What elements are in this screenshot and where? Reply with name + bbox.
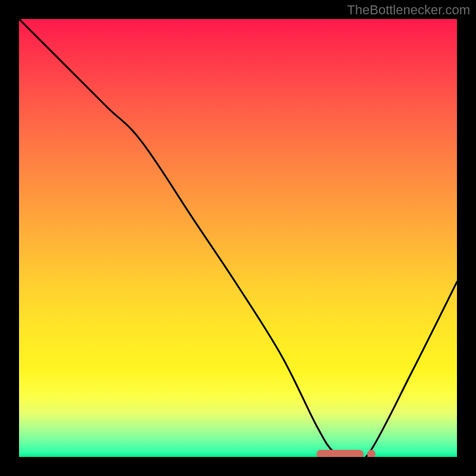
bottleneck-curve — [19, 19, 457, 457]
optimal-range-end-dot — [367, 450, 375, 457]
attribution-text: TheBottlenecker.com — [347, 2, 470, 18]
plot-area — [19, 19, 457, 457]
optimal-range-marker — [317, 450, 363, 457]
